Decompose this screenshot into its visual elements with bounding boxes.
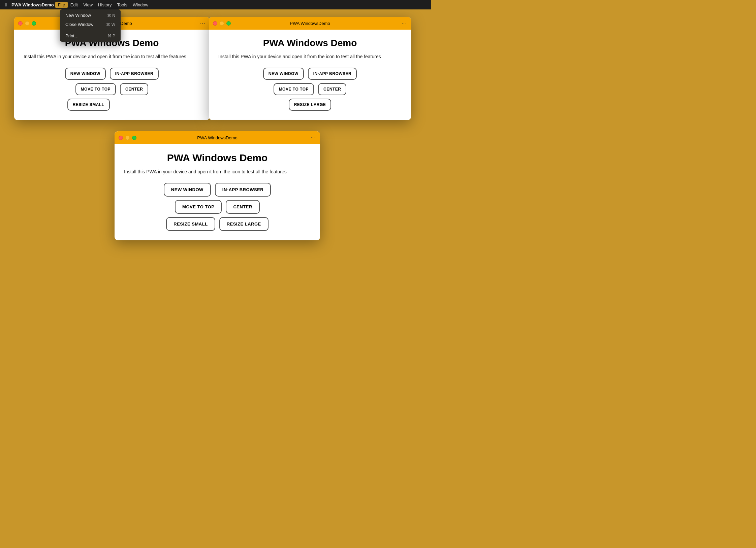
window-3-dots-menu[interactable]: ··· — [311, 135, 316, 141]
window-3-new-window-btn[interactable]: NEW WINDOW — [164, 183, 211, 197]
window-1-move-top-btn[interactable]: MOVE TO TOP — [75, 83, 116, 95]
window-2-app-title: PWA Windows Demo — [218, 38, 402, 48]
pwa-window-2: PWA WindowsDemo ··· PWA Windows Demo Ins… — [209, 17, 411, 120]
window-2-move-top-btn[interactable]: MOVE TO TOP — [274, 83, 314, 95]
window-1-button-grid: NEW WINDOW IN-APP BROWSER MOVE TO TOP CE… — [24, 68, 200, 111]
window-3-row-2: MOVE TO TOP CENTER — [175, 200, 260, 214]
window-3-traffic-lights — [119, 136, 136, 140]
menubar:  PWA WindowsDemo File Edit View History… — [0, 0, 431, 9]
window-3-maximize-button[interactable] — [132, 136, 136, 140]
close-window-label: Close Window — [65, 22, 93, 27]
print-shortcut: ⌘ P — [107, 34, 115, 38]
window-2-minimize-button[interactable] — [220, 21, 224, 26]
file-dropdown-menu: New Window ⌘ N Close Window ⌘ W Print… ⌘… — [60, 9, 121, 42]
window-2-body: PWA Windows Demo Install this PWA in you… — [209, 30, 411, 120]
print-label: Print… — [65, 33, 79, 38]
window-1-inapp-browser-btn[interactable]: IN-APP BROWSER — [110, 68, 159, 80]
window-2-center-btn[interactable]: CENTER — [318, 83, 346, 95]
window-3-titlebar: PWA WindowsDemo ··· — [115, 131, 320, 144]
window-2-inapp-browser-btn[interactable]: IN-APP BROWSER — [308, 68, 357, 80]
window-2-dots-menu[interactable]: ··· — [402, 20, 407, 26]
dropdown-item-new-window[interactable]: New Window ⌘ N — [60, 11, 121, 20]
window-1-dots-menu[interactable]: ··· — [200, 20, 206, 26]
window-2-resize-large-btn[interactable]: RESIZE LARGE — [289, 99, 332, 111]
window-3-close-button[interactable] — [119, 136, 123, 140]
menu-item-history[interactable]: History — [95, 2, 114, 8]
menu-item-tools[interactable]: Tools — [115, 2, 130, 8]
window-3-inapp-browser-btn[interactable]: IN-APP BROWSER — [215, 183, 271, 197]
window-1-row-2: MOVE TO TOP CENTER — [75, 83, 149, 95]
window-2-new-window-btn[interactable]: NEW WINDOW — [263, 68, 304, 80]
window-2-row-3: RESIZE LARGE — [289, 99, 332, 111]
window-1-maximize-button[interactable] — [32, 21, 36, 26]
dropdown-item-close-window[interactable]: Close Window ⌘ W — [60, 20, 121, 29]
window-3-move-top-btn[interactable]: MOVE TO TOP — [175, 200, 222, 214]
window-1-row-1: NEW WINDOW IN-APP BROWSER — [65, 68, 159, 80]
menu-item-edit[interactable]: Edit — [68, 2, 81, 8]
dropdown-separator — [60, 30, 121, 30]
window-1-close-button[interactable] — [18, 21, 23, 26]
window-1-center-btn[interactable]: CENTER — [120, 83, 148, 95]
pwa-window-3: PWA WindowsDemo ··· PWA Windows Demo Ins… — [115, 131, 320, 240]
window-2-row-1: NEW WINDOW IN-APP BROWSER — [263, 68, 357, 80]
window-1-minimize-button[interactable] — [25, 21, 29, 26]
window-2-row-2: MOVE TO TOP CENTER — [274, 83, 347, 95]
window-2-button-grid: NEW WINDOW IN-APP BROWSER MOVE TO TOP CE… — [218, 68, 402, 111]
dropdown-item-print[interactable]: Print… ⌘ P — [60, 31, 121, 40]
window-1-new-window-btn[interactable]: NEW WINDOW — [65, 68, 106, 80]
apple-menu-icon[interactable]:  — [3, 2, 9, 7]
window-3-description: Install this PWA in your device and open… — [124, 168, 311, 175]
window-2-close-button[interactable] — [213, 21, 217, 26]
new-window-label: New Window — [65, 13, 91, 18]
window-1-traffic-lights — [18, 21, 36, 26]
window-3-minimize-button[interactable] — [125, 136, 130, 140]
close-window-shortcut: ⌘ W — [106, 22, 115, 27]
window-3-resize-large-btn[interactable]: RESIZE LARGE — [219, 217, 269, 231]
window-3-button-grid: NEW WINDOW IN-APP BROWSER MOVE TO TOP CE… — [124, 183, 311, 231]
window-3-row-1: NEW WINDOW IN-APP BROWSER — [164, 183, 271, 197]
window-3-center-btn[interactable]: CENTER — [226, 200, 259, 214]
window-2-traffic-lights — [213, 21, 231, 26]
menu-item-window[interactable]: Window — [130, 2, 151, 8]
window-3-app-title: PWA Windows Demo — [124, 152, 311, 164]
window-1-description: Install this PWA in your device and open… — [24, 53, 200, 60]
new-window-shortcut: ⌘ N — [107, 13, 115, 18]
window-3-resize-small-btn[interactable]: RESIZE SMALL — [166, 217, 215, 231]
window-2-description: Install this PWA in your device and open… — [218, 53, 402, 60]
window-3-title: PWA WindowsDemo — [197, 135, 237, 140]
window-2-title: PWA WindowsDemo — [290, 21, 330, 26]
window-1-resize-small-btn[interactable]: RESIZE SMALL — [67, 99, 110, 111]
window-2-maximize-button[interactable] — [226, 21, 231, 26]
window-1-row-3: RESIZE SMALL RESIZE LARGE — [67, 99, 157, 111]
window-3-body: PWA Windows Demo Install this PWA in you… — [115, 144, 320, 240]
menu-item-view[interactable]: View — [81, 2, 95, 8]
menu-item-file[interactable]: File — [55, 2, 68, 8]
window-1-body: PWA Windows Demo Install this PWA in you… — [14, 30, 210, 120]
window-3-row-3: RESIZE SMALL RESIZE LARGE — [166, 217, 268, 231]
window-2-titlebar: PWA WindowsDemo ··· — [209, 17, 411, 30]
app-name-label: PWA WindowsDemo — [11, 2, 54, 7]
